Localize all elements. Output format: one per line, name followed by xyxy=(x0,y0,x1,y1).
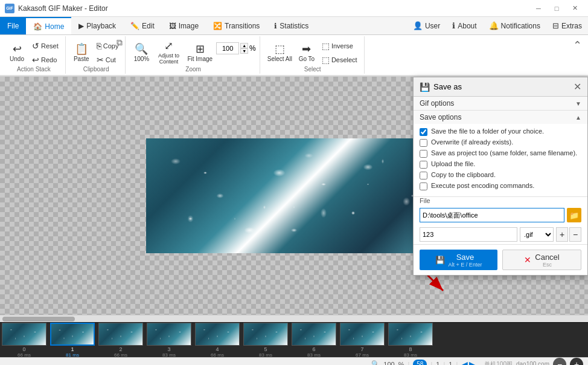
horizontal-scrollbar[interactable] xyxy=(0,315,588,322)
select-group: ⬚ Select All ➡ Go To ⬚ Inverse ⬚ Deselec… xyxy=(261,36,365,74)
file-path-input[interactable] xyxy=(420,208,564,222)
cb-upload[interactable] xyxy=(420,161,427,169)
zoom-100-button[interactable]: 🔍 100% xyxy=(130,37,152,68)
redo-icon: ↩ xyxy=(32,55,39,65)
adjust-icon: ⤢ xyxy=(164,40,173,51)
cb-clipboard[interactable] xyxy=(420,172,427,179)
film-frame-2: 2 66 ms xyxy=(97,323,145,358)
paste-icon: 📋 xyxy=(75,44,88,54)
cb-save-folder-label: Save the file to a folder of your choice… xyxy=(431,128,544,135)
save-dialog: 💾 Save as ✕ Gif options ▼ Save options ▲… xyxy=(413,77,588,276)
save-icon: 💾 xyxy=(420,82,430,92)
undo-icon: ↩ xyxy=(13,44,22,54)
cb-save-folder[interactable] xyxy=(420,128,427,136)
cb-overwrite[interactable] xyxy=(420,139,427,147)
status-separator4: | xyxy=(456,361,458,366)
tab-extras[interactable]: ⊟ Extras xyxy=(546,17,588,34)
stat-badge-1: 58 xyxy=(413,360,427,366)
film-frame-img-8[interactable] xyxy=(388,323,433,346)
ribbon-collapse-icon[interactable]: ⌃ xyxy=(573,39,582,52)
zoom-up-arrow[interactable]: ▲ xyxy=(240,43,248,48)
tab-image[interactable]: 🖼 Image xyxy=(162,17,206,34)
cb-project[interactable] xyxy=(420,150,427,158)
maximize-button[interactable]: □ xyxy=(548,2,565,15)
save-options-body: Save the file to a folder of your choice… xyxy=(414,124,587,196)
save-button[interactable]: 💾 Save Alt + E / Enter xyxy=(420,250,497,270)
cancel-button[interactable]: ✕ Cancel Esc xyxy=(502,250,581,270)
film-frame-img-6[interactable] xyxy=(292,323,336,346)
zoom-percent-unit: % xyxy=(398,361,404,366)
canvas-dots xyxy=(146,138,442,253)
save-options-label: Save options xyxy=(420,113,461,121)
select-all-button[interactable]: ⬚ Select All xyxy=(265,37,295,68)
remove-button[interactable]: − xyxy=(569,227,581,242)
action-stack-label: Action Stack xyxy=(2,66,65,73)
undo-button[interactable]: ↩ Undo xyxy=(6,37,28,68)
cb-execute[interactable] xyxy=(420,182,427,190)
zoom-group: 🔍 100% ⤢ Adjust to Content ⊞ Fit Image ▲… xyxy=(127,36,260,74)
fit-image-button[interactable]: ⊞ Fit Image xyxy=(185,37,215,68)
tab-file[interactable]: File xyxy=(0,17,26,34)
save-options-header[interactable]: Save options ▲ xyxy=(414,111,587,124)
filename-input[interactable] xyxy=(420,227,517,242)
tab-notifications[interactable]: 🔔 Notifications xyxy=(483,17,546,34)
film-frame-8: 8 83 ms xyxy=(386,323,435,358)
film-frame-img-2[interactable] xyxy=(98,323,143,346)
go-to-button[interactable]: ➡ Go To xyxy=(296,37,318,68)
film-frame-img-4[interactable] xyxy=(195,323,240,346)
tab-about[interactable]: ℹ About xyxy=(446,17,482,34)
select-all-icon: ⬚ xyxy=(275,44,285,54)
browse-folder-button[interactable]: 📁 xyxy=(567,208,581,222)
zoom-value: 100 xyxy=(383,361,394,366)
adjust-to-content-button[interactable]: ⤢ Adjust to Content xyxy=(153,37,184,68)
save-btn-content: Save Alt + E / Enter xyxy=(449,253,482,268)
inverse-icon: ⬚ xyxy=(322,41,330,51)
cb-clipboard-row: Copy to the clipboard. xyxy=(420,171,581,179)
fit-icon: ⊞ xyxy=(196,44,205,54)
add-remove-buttons: + − xyxy=(556,227,581,242)
scroll-thumb[interactable] xyxy=(2,317,75,321)
main-area: 💾 Save as ✕ Gif options ▼ Save options ▲… xyxy=(0,77,588,315)
tab-user[interactable]: 👤 User xyxy=(407,17,446,34)
film-frame-img-0[interactable] xyxy=(2,323,46,346)
domain-text: dao100.com xyxy=(516,361,549,365)
redo-button[interactable]: ↩ Redo xyxy=(29,53,62,66)
close-button[interactable]: ✕ xyxy=(566,2,583,15)
film-frame-img-3[interactable] xyxy=(147,323,191,346)
add-button[interactable]: + xyxy=(556,227,568,242)
nav-left-button[interactable]: ◀ xyxy=(461,360,468,366)
reset-button[interactable]: ↺ Reset xyxy=(29,39,62,53)
tab-home[interactable]: 🏠 Home xyxy=(26,17,71,34)
inverse-button[interactable]: ⬚ Inverse xyxy=(319,39,360,53)
bell-icon: 🔔 xyxy=(489,21,499,30)
tab-edit[interactable]: ✏️ Edit xyxy=(123,17,162,34)
zoom-input[interactable] xyxy=(216,42,239,54)
zoom-plus-button[interactable]: + xyxy=(570,358,583,366)
clipboard-expand-icon[interactable]: ⧉ xyxy=(117,37,123,48)
tab-playback[interactable]: ▶ Playback xyxy=(71,17,123,34)
minimize-button[interactable]: ─ xyxy=(530,2,547,15)
ext-select[interactable]: .gif .webp xyxy=(520,227,554,242)
deselect-icon: ⬚ xyxy=(322,55,330,65)
cancel-btn-content: Cancel Esc xyxy=(535,253,559,268)
deselect-button[interactable]: ⬚ Deselect xyxy=(319,53,360,66)
cut-button[interactable]: ✂ Cut xyxy=(94,53,122,66)
ribbon-right: ⌃ xyxy=(573,36,586,74)
film-frame-img-5[interactable] xyxy=(243,323,288,346)
paste-button[interactable]: 📋 Paste xyxy=(71,37,92,68)
clipboard-group: 📋 Paste ⎘ Copy ✂ Cut Clipboard ⧉ xyxy=(67,36,126,74)
canvas-texture xyxy=(146,138,442,253)
film-frame-img-7[interactable] xyxy=(340,323,385,346)
gif-options-header[interactable]: Gif options ▼ xyxy=(414,97,587,110)
dialog-close-button[interactable]: ✕ xyxy=(574,81,581,92)
tab-transitions[interactable]: 🔀 Transitions xyxy=(206,17,267,34)
zoom-down-arrow[interactable]: ▼ xyxy=(240,48,248,54)
copy-icon: ⎘ xyxy=(97,41,101,51)
film-frame-img-1[interactable] xyxy=(50,323,95,346)
status-nav: ◀ ▶ xyxy=(461,360,476,366)
stat-3: 1 xyxy=(449,361,452,366)
tab-statistics[interactable]: ℹ Statistics xyxy=(267,17,316,34)
zoom-minus-button[interactable]: − xyxy=(553,358,566,366)
film-frame-0: 0 66 ms xyxy=(0,323,48,358)
nav-right-button[interactable]: ▶ xyxy=(469,360,476,366)
